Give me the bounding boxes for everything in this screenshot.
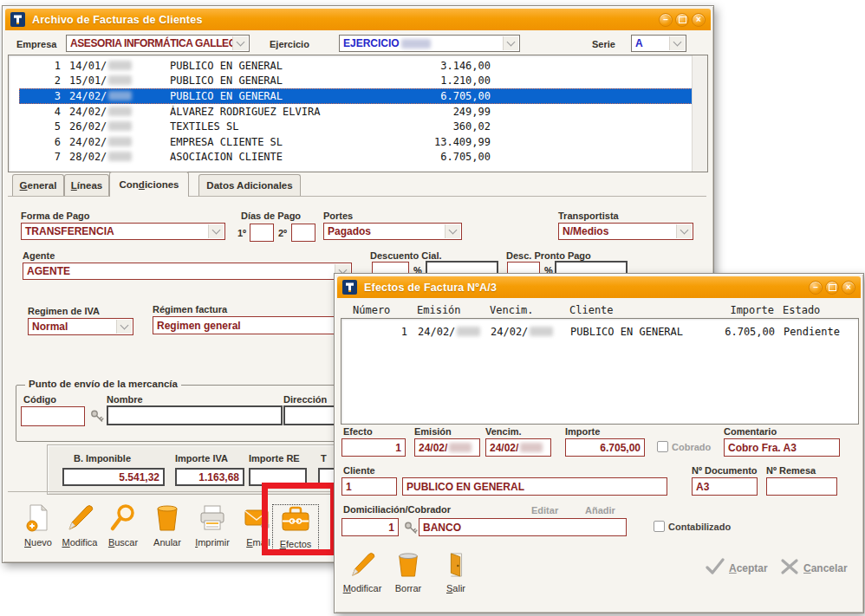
regimen-iva-label: Regimen de IVA [28, 306, 100, 316]
vencim-label: Vencim. [485, 426, 522, 437]
tab-lineas[interactable]: Líneas [64, 174, 109, 196]
invoice-row[interactable]: 1 14/01/ PUBLICO EN GENERAL 3.146,00 [19, 58, 693, 74]
forma-de-pago-select[interactable]: TRANSFERENCIA [21, 223, 225, 240]
chevron-down-icon[interactable] [208, 224, 224, 238]
efecto-input[interactable]: 1 [341, 438, 406, 457]
close-button[interactable]: × [692, 13, 706, 27]
modificar-button[interactable]: Modificar [340, 551, 385, 593]
redacted-year [108, 91, 132, 101]
nombre-input[interactable] [107, 405, 283, 425]
tab-condiciones[interactable]: Condiciones [109, 172, 189, 197]
toolbar-button-imprimir[interactable]: Imprimir [187, 503, 237, 548]
efecto-row[interactable]: 1 24/02/ 24/02/ PUBLICO EN GENERAL 6.705… [341, 324, 858, 340]
invoice-date: 24/02/ [61, 106, 170, 118]
toolbar-button-label: Buscar [108, 537, 138, 548]
regimen-factura-input[interactable]: Regimen general [153, 316, 338, 334]
invoice-row-selected[interactable]: 3 24/02/ PUBLICO EN GENERAL 6.705,00 [19, 88, 693, 104]
salir-button[interactable]: Salir [433, 551, 478, 593]
chevron-down-icon[interactable] [669, 36, 685, 50]
transportista-label: Transportista [558, 211, 619, 221]
tab-datos-adicionales[interactable]: Datos Adicionales [198, 174, 301, 196]
num-remesa-input[interactable] [766, 477, 837, 496]
chevron-down-icon[interactable] [445, 224, 460, 238]
anadir-link[interactable]: Añadir [585, 505, 615, 515]
dia2-input[interactable] [291, 224, 315, 242]
num-documento-label: Nº Documento [692, 465, 758, 476]
maximize-button[interactable] [675, 13, 689, 27]
efecto-label: Efecto [343, 426, 373, 437]
contabilizado-checkbox[interactable] [654, 521, 665, 532]
cancelar-button[interactable]: Cancelar [780, 558, 848, 578]
invoice-client: ÁLVAREZ RODRIGUEZ ELVIRA [170, 106, 395, 118]
trash-bucket-icon [396, 551, 420, 582]
maximize-icon [679, 16, 686, 23]
tab-general[interactable]: General [12, 174, 64, 196]
emision-input[interactable]: 24/02/ [414, 438, 480, 457]
maximize-button[interactable] [825, 281, 839, 295]
empresa-select[interactable]: ASESORIA INFORMÁTICA GALLEC [66, 35, 250, 52]
efectos-listbox[interactable]: 1 24/02/ 24/02/ PUBLICO EN GENERAL 6.705… [341, 318, 859, 425]
domiciliacion-code-input[interactable]: 1 [341, 518, 399, 536]
key-lookup-icon[interactable] [90, 409, 105, 424]
efecto-emision: 24/02/ [407, 326, 491, 338]
main-titlebar[interactable]: Archivo de Facturas de Clientes – × [5, 9, 711, 30]
invoice-client: PUBLICO EN GENERAL [170, 90, 395, 102]
list-scrollbar[interactable] [692, 55, 707, 172]
toolbar-button-anular[interactable]: Anular [142, 503, 192, 548]
efectos-titlebar[interactable]: Efectos de Factura NºA/3 – × [337, 276, 861, 298]
importe-input[interactable]: 6.705,00 [565, 438, 645, 457]
ejercicio-select[interactable]: EJERCICIO [339, 35, 520, 52]
chevron-down-icon[interactable] [116, 320, 132, 334]
num-documento-input[interactable]: A3 [692, 477, 758, 496]
pen-icon [349, 551, 375, 582]
efectos-list-header: Número Emisión Vencim. Cliente Importe E… [341, 302, 857, 318]
app-logo-icon [342, 280, 357, 295]
toolbar-button-label: Imprimir [195, 537, 230, 548]
invoice-row[interactable]: 6 24/02/ EMPRESA CLIENTE SL 13.409,99 [19, 134, 693, 150]
invoice-row[interactable]: 7 28/02/ ASOCIACION CLIENTE 6.705,00 [19, 150, 693, 165]
chevron-down-icon[interactable] [503, 36, 518, 50]
domiciliacion-input[interactable]: BANCO [419, 518, 627, 536]
total-label-cut: T [321, 453, 327, 464]
toolbar-button-label: Anular [153, 537, 181, 548]
comentario-input[interactable]: Cobro Fra. A3 [724, 438, 840, 457]
invoice-row[interactable]: 4 24/02/ ÁLVAREZ RODRIGUEZ ELVIRA 249,99 [19, 104, 693, 120]
close-button[interactable]: × [842, 281, 855, 295]
minimize-button[interactable]: – [809, 281, 823, 295]
portes-select[interactable]: Pagados [323, 223, 462, 240]
forma-de-pago-value: TRANSFERENCIA [25, 225, 114, 237]
editar-link[interactable]: Editar [531, 505, 558, 515]
invoice-number: 7 [19, 151, 61, 163]
toolbar-button-buscar[interactable]: Buscar [98, 503, 148, 548]
invoice-date: 24/02/ [61, 90, 170, 102]
check-icon [706, 558, 725, 578]
chevron-down-icon[interactable] [676, 224, 692, 238]
domiciliacion-label: Domiciliación/Cobrador [343, 504, 451, 515]
chevron-down-icon[interactable] [232, 36, 248, 50]
aceptar-button[interactable]: Aceptar [706, 558, 768, 578]
borrar-button[interactable]: Borrar [386, 551, 431, 593]
codigo-input[interactable] [21, 406, 85, 426]
cliente-code-input[interactable]: 1 [341, 477, 397, 496]
invoice-row[interactable]: 5 26/02/ TEXTILES SL 360,02 [19, 119, 693, 134]
cobrado-checkbox[interactable] [657, 441, 668, 452]
regimen-iva-select[interactable]: Normal [28, 318, 133, 335]
new-document-icon [25, 503, 51, 536]
serie-select[interactable]: A [631, 35, 686, 52]
invoice-date: 28/02/ [61, 151, 170, 163]
invoice-client: PUBLICO EN GENERAL [170, 60, 395, 72]
agente-select[interactable]: AGENTE [23, 263, 352, 280]
cobrado-label: Cobrado [672, 442, 711, 452]
vencim-input[interactable]: 24/02/ [485, 438, 551, 457]
cancelar-label: Cancelar [803, 562, 848, 574]
cliente-name-input[interactable]: PUBLICO EN GENERAL [402, 477, 667, 496]
invoice-number: 6 [19, 136, 61, 148]
invoice-listbox[interactable]: 1 14/01/ PUBLICO EN GENERAL 3.146,00 2 1… [8, 55, 708, 172]
importe-iva-value: 1.163,68 [175, 468, 244, 486]
minimize-button[interactable]: – [659, 13, 673, 27]
invoice-row[interactable]: 2 15/01/ PUBLICO EN GENERAL 1.210,00 [19, 74, 693, 89]
transportista-select[interactable]: N/Medios [558, 223, 693, 240]
dia1-input[interactable] [250, 224, 274, 242]
redacted-year [108, 137, 132, 146]
key-lookup-icon[interactable] [404, 521, 419, 535]
